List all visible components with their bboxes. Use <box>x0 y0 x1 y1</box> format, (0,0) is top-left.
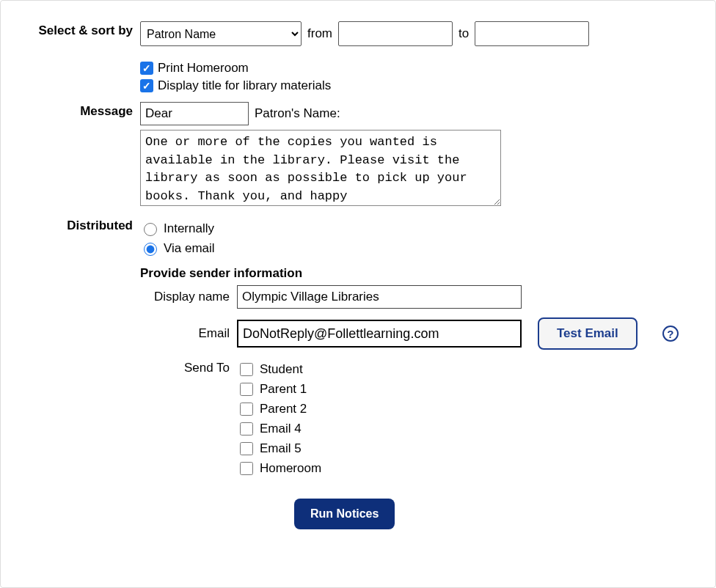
send-to-item-parent2[interactable]: Parent 2 <box>237 400 321 418</box>
checkbox-parent2[interactable] <box>240 403 253 416</box>
email-row: Email Test Email ? <box>140 317 701 350</box>
patron-name-suffix: Patron's Name: <box>255 106 340 121</box>
sort-from-input[interactable] <box>338 21 453 46</box>
send-to-item-email4[interactable]: Email 4 <box>237 420 321 438</box>
checkbox-homeroom[interactable] <box>240 462 253 475</box>
distributed-row: Distributed Internally Via email Provide… <box>15 216 701 529</box>
send-to-item-parent1[interactable]: Parent 1 <box>237 381 321 398</box>
email-label: Email <box>140 326 233 341</box>
checkbox-student[interactable] <box>240 363 253 376</box>
sendto-label-2: Parent 2 <box>260 402 307 416</box>
sort-to-input[interactable] <box>475 21 589 46</box>
distributed-internally-row[interactable]: Internally <box>140 221 701 236</box>
message-body-textarea[interactable] <box>140 130 501 206</box>
radio-via-email[interactable] <box>144 243 157 256</box>
sort-row: Select & sort by Patron Name from to Pri… <box>15 21 701 96</box>
from-label: from <box>307 26 332 41</box>
display-name-input[interactable] <box>237 285 522 309</box>
to-label: to <box>459 26 469 41</box>
message-row: Message Patron's Name: <box>15 102 701 209</box>
run-notices-button[interactable]: Run Notices <box>294 499 395 529</box>
checkbox-parent1[interactable] <box>240 383 253 396</box>
checkbox-checked-icon <box>140 79 153 92</box>
send-to-item-email5[interactable]: Email 5 <box>237 440 321 457</box>
salutation-input[interactable] <box>140 102 249 125</box>
send-to-item-homeroom[interactable]: Homeroom <box>237 460 321 477</box>
checkbox-email4[interactable] <box>240 422 253 436</box>
help-icon[interactable]: ? <box>662 326 679 342</box>
internally-label: Internally <box>164 221 214 236</box>
display-title-label: Display title for library materials <box>158 78 331 93</box>
sendto-label-5: Homeroom <box>260 461 321 476</box>
message-label: Message <box>15 102 140 121</box>
distributed-label: Distributed <box>15 216 140 235</box>
print-homeroom-label: Print Homeroom <box>158 61 249 76</box>
via-email-label: Via email <box>164 241 215 256</box>
display-title-row[interactable]: Display title for library materials <box>140 78 701 93</box>
send-to-block: Send To Student Parent 1 Parent 2 <box>140 359 701 479</box>
checkbox-checked-icon <box>140 62 153 75</box>
display-name-label: Display name <box>140 290 233 304</box>
checkbox-email5[interactable] <box>240 442 253 455</box>
sort-label: Select & sort by <box>15 21 140 40</box>
sender-info-heading: Provide sender information <box>140 266 701 281</box>
email-input[interactable] <box>237 320 522 348</box>
sendto-label-3: Email 4 <box>260 422 302 436</box>
send-to-label: Send To <box>140 359 233 378</box>
sendto-label-0: Student <box>260 362 303 377</box>
sendto-label-1: Parent 1 <box>260 382 307 397</box>
display-name-row: Display name <box>140 285 701 309</box>
distributed-via-email-row[interactable]: Via email <box>140 240 701 256</box>
test-email-button[interactable]: Test Email <box>538 317 638 350</box>
send-to-item-student[interactable]: Student <box>237 361 321 378</box>
print-homeroom-row[interactable]: Print Homeroom <box>140 61 701 76</box>
sendto-label-4: Email 5 <box>260 441 302 456</box>
radio-internally[interactable] <box>144 223 157 236</box>
sort-select[interactable]: Patron Name <box>140 21 302 46</box>
form-panel: Select & sort by Patron Name from to Pri… <box>0 0 716 588</box>
send-to-list: Student Parent 1 Parent 2 Email 4 <box>237 359 321 479</box>
